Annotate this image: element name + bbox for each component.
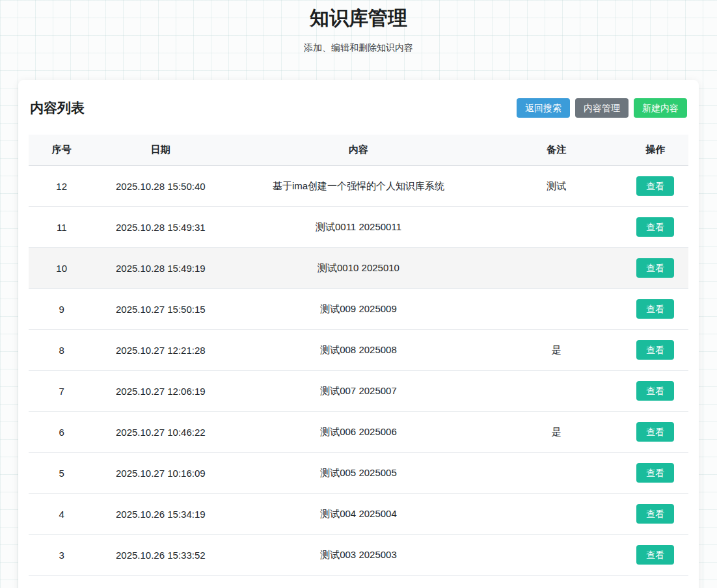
header-date: 日期: [94, 135, 226, 166]
row-id-cell: 9: [29, 289, 94, 330]
row-action-cell: 查看: [623, 166, 688, 207]
table-row: 10 2025.10.28 15:49:19 测试0010 2025010 查看: [29, 248, 688, 289]
row-action-cell: 查看: [623, 371, 688, 412]
row-id-cell: 11: [29, 207, 94, 248]
row-note-cell: [491, 494, 623, 535]
view-button[interactable]: 查看: [636, 463, 674, 483]
row-content-cell: 测试004 2025004: [226, 494, 491, 535]
table-head: 序号 日期 内容 备注 操作: [29, 135, 688, 166]
row-content-cell: 测试0011 20250011: [226, 207, 491, 248]
view-button[interactable]: 查看: [636, 176, 674, 196]
row-content-cell: 测试009 2025009: [226, 289, 491, 330]
row-content-cell: 测试005 2025005: [226, 453, 491, 494]
view-button[interactable]: 查看: [636, 258, 674, 278]
row-date-cell: 2025.10.27 15:50:15: [94, 289, 226, 330]
view-button[interactable]: 查看: [636, 381, 674, 401]
view-button[interactable]: 查看: [636, 504, 674, 524]
row-note-cell: [491, 371, 623, 412]
header-id: 序号: [29, 135, 94, 166]
table-body: 12 2025.10.28 15:50:40 基于ima创建一个强悍的个人知识库…: [29, 166, 688, 576]
row-date-cell: 2025.10.27 10:46:22: [94, 412, 226, 453]
view-button[interactable]: 查看: [636, 545, 674, 565]
row-date-cell: 2025.10.27 12:06:19: [94, 371, 226, 412]
card-actions: 返回搜索 内容管理 新建内容: [517, 98, 687, 118]
row-id-cell: 8: [29, 330, 94, 371]
row-id-cell: 6: [29, 412, 94, 453]
row-note-cell: [491, 453, 623, 494]
header-action: 操作: [623, 135, 688, 166]
page-subtitle: 添加、编辑和删除知识内容: [0, 42, 717, 54]
table-row: 12 2025.10.28 15:50:40 基于ima创建一个强悍的个人知识库…: [29, 166, 688, 207]
row-date-cell: 2025.10.28 15:50:40: [94, 166, 226, 207]
table-header-row: 序号 日期 内容 备注 操作: [29, 135, 688, 166]
view-button[interactable]: 查看: [636, 422, 674, 442]
table-row: 7 2025.10.27 12:06:19 测试007 2025007 查看: [29, 371, 688, 412]
view-button[interactable]: 查看: [636, 340, 674, 360]
row-note-cell: [491, 248, 623, 289]
row-action-cell: 查看: [623, 207, 688, 248]
row-note-cell: 测试: [491, 166, 623, 207]
card-header: 内容列表 返回搜索 内容管理 新建内容: [29, 93, 688, 128]
row-date-cell: 2025.10.27 10:16:09: [94, 453, 226, 494]
row-id-cell: 7: [29, 371, 94, 412]
table-row: 6 2025.10.27 10:46:22 测试006 2025006 是 查看: [29, 412, 688, 453]
row-content-cell: 测试006 2025006: [226, 412, 491, 453]
view-button[interactable]: 查看: [636, 299, 674, 319]
table-row: 8 2025.10.27 12:21:28 测试008 2025008 是 查看: [29, 330, 688, 371]
content-manage-button[interactable]: 内容管理: [575, 98, 629, 118]
row-note-cell: [491, 207, 623, 248]
row-date-cell: 2025.10.27 12:21:28: [94, 330, 226, 371]
row-id-cell: 3: [29, 535, 94, 576]
row-action-cell: 查看: [623, 453, 688, 494]
row-action-cell: 查看: [623, 330, 688, 371]
card-title: 内容列表: [30, 99, 85, 117]
row-id-cell: 10: [29, 248, 94, 289]
back-to-search-button[interactable]: 返回搜索: [517, 98, 570, 118]
new-content-button[interactable]: 新建内容: [634, 98, 687, 118]
row-date-cell: 2025.10.28 15:49:31: [94, 207, 226, 248]
row-id-cell: 12: [29, 166, 94, 207]
row-date-cell: 2025.10.28 15:49:19: [94, 248, 226, 289]
table-row: 9 2025.10.27 15:50:15 测试009 2025009 查看: [29, 289, 688, 330]
row-id-cell: 4: [29, 494, 94, 535]
row-content-cell: 测试007 2025007: [226, 371, 491, 412]
row-content-cell: 测试0010 2025010: [226, 248, 491, 289]
row-content-cell: 基于ima创建一个强悍的个人知识库系统: [226, 166, 491, 207]
row-note-cell: 是: [491, 330, 623, 371]
row-id-cell: 5: [29, 453, 94, 494]
row-action-cell: 查看: [623, 289, 688, 330]
row-date-cell: 2025.10.26 15:33:52: [94, 535, 226, 576]
header-content: 内容: [226, 135, 491, 166]
row-action-cell: 查看: [623, 535, 688, 576]
row-date-cell: 2025.10.26 15:34:19: [94, 494, 226, 535]
row-content-cell: 测试003 2025003: [226, 535, 491, 576]
table-row: 11 2025.10.28 15:49:31 测试0011 20250011 查…: [29, 207, 688, 248]
row-action-cell: 查看: [623, 494, 688, 535]
row-note-cell: 是: [491, 412, 623, 453]
row-action-cell: 查看: [623, 412, 688, 453]
view-button[interactable]: 查看: [636, 217, 674, 237]
header-note: 备注: [491, 135, 623, 166]
content-card: 内容列表 返回搜索 内容管理 新建内容 序号 日期 内容 备注 操作 12 20…: [18, 80, 699, 588]
row-note-cell: [491, 289, 623, 330]
row-note-cell: [491, 535, 623, 576]
page-title: 知识库管理: [0, 5, 717, 32]
row-action-cell: 查看: [623, 248, 688, 289]
table-row: 3 2025.10.26 15:33:52 测试003 2025003 查看: [29, 535, 688, 576]
table-row: 5 2025.10.27 10:16:09 测试005 2025005 查看: [29, 453, 688, 494]
page-header: 知识库管理 添加、编辑和删除知识内容: [0, 0, 717, 54]
content-table: 序号 日期 内容 备注 操作 12 2025.10.28 15:50:40 基于…: [29, 135, 688, 576]
row-content-cell: 测试008 2025008: [226, 330, 491, 371]
table-row: 4 2025.10.26 15:34:19 测试004 2025004 查看: [29, 494, 688, 535]
